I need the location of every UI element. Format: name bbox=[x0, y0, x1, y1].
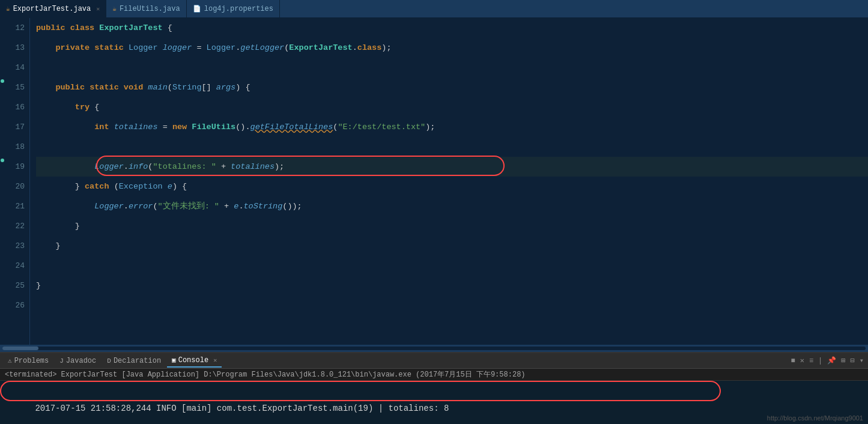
code-line-16: try { bbox=[36, 97, 868, 117]
code-line-22: } bbox=[36, 216, 868, 236]
console-icon: ▣ bbox=[172, 356, 176, 364]
code-line-12: public class ExportJarTest { bbox=[36, 18, 868, 38]
editor-tab-bar: ☕ ExportJarTest.java ✕ ☕ FileUtils.java … bbox=[0, 0, 868, 18]
panel-tab-bar: ⚠ Problems J Javadoc D Declaration ▣ Con… bbox=[0, 353, 868, 369]
tab-log4j[interactable]: 📄 log4j.properties bbox=[187, 0, 280, 17]
tab-exportjar-label: ExportJarTest.java bbox=[13, 5, 91, 13]
code-line-26 bbox=[36, 295, 868, 315]
watermark: http://blog.csdn.net/Mrqiang9001 bbox=[767, 414, 863, 422]
code-line-19: Logger.info("totalines: " + totalines); bbox=[36, 157, 868, 177]
tab-fileutils-label: FileUtils.java bbox=[120, 5, 180, 13]
tab-problems[interactable]: ⚠ Problems bbox=[3, 354, 53, 368]
code-line-14 bbox=[36, 58, 868, 77]
tab-declaration-label: Declaration bbox=[114, 357, 161, 365]
console-header: <terminated> ExportJarTest [Java Applica… bbox=[0, 369, 868, 381]
code-line-15: public static void main(String[] args) { bbox=[36, 77, 868, 97]
left-gutter bbox=[0, 18, 5, 345]
console-output-line: 2017-07-15 21:58:28,244 INFO [main] com.… bbox=[5, 383, 863, 424]
code-content[interactable]: public class ExportJarTest { private sta… bbox=[30, 18, 868, 345]
tab-problems-label: Problems bbox=[14, 357, 49, 365]
pin-button[interactable]: 📌 bbox=[826, 356, 837, 365]
scrollbar-track[interactable] bbox=[2, 347, 866, 350]
code-line-21: Logger.error("文件未找到: " + e.toString()); bbox=[36, 196, 868, 216]
editor-area: 12 13 14 15 16 17 18 19 20 21 22 23 24 2… bbox=[0, 18, 868, 345]
view-menu-button[interactable]: ▾ bbox=[858, 356, 865, 365]
code-line-17: int totalines = new FileUtils().getFileT… bbox=[36, 117, 868, 137]
scroll-lock-button[interactable]: | bbox=[817, 357, 824, 365]
layout-button[interactable]: ⊞ bbox=[840, 356, 846, 365]
code-line-24 bbox=[36, 256, 868, 276]
tab-exportjar[interactable]: ☕ ExportJarTest.java ✕ bbox=[0, 0, 106, 17]
code-line-13: private static Logger logger = Logger.ge… bbox=[36, 38, 868, 58]
java-file-icon: ☕ bbox=[6, 5, 10, 13]
terminate-button[interactable]: ✕ bbox=[799, 356, 806, 365]
java-file-icon-2: ☕ bbox=[112, 5, 117, 13]
scrollbar-thumb[interactable] bbox=[2, 347, 38, 350]
props-file-icon: 📄 bbox=[193, 5, 201, 13]
tab-javadoc[interactable]: J Javadoc bbox=[55, 354, 101, 368]
code-line-20: } catch (Exception e) { bbox=[36, 177, 868, 196]
console-output-text: 2017-07-15 21:58:28,244 INFO [main] com.… bbox=[35, 404, 449, 413]
line-numbers: 12 13 14 15 16 17 18 19 20 21 22 23 24 2… bbox=[5, 18, 30, 345]
stop-button[interactable]: ■ bbox=[789, 357, 796, 365]
problems-icon: ⚠ bbox=[8, 357, 12, 365]
tab-log4j-label: log4j.properties bbox=[204, 5, 273, 13]
tab-console[interactable]: ▣ Console ✕ bbox=[167, 354, 222, 368]
panel-toolbar: ■ ✕ ≡ | 📌 ⊞ ⊟ ▾ bbox=[789, 356, 865, 365]
tab-console-label: Console bbox=[178, 356, 208, 365]
code-line-23: } bbox=[36, 236, 868, 256]
tab-javadoc-label: Javadoc bbox=[66, 357, 96, 365]
tab-fileutils[interactable]: ☕ FileUtils.java bbox=[106, 0, 186, 17]
code-line-25: } bbox=[36, 276, 868, 295]
horizontal-scrollbar[interactable] bbox=[0, 345, 868, 352]
breakpoint-dot-15 bbox=[1, 79, 4, 83]
javadoc-icon: J bbox=[59, 357, 64, 365]
declaration-icon: D bbox=[107, 357, 111, 365]
tab-declaration[interactable]: D Declaration bbox=[102, 354, 166, 368]
current-line-indicator bbox=[1, 159, 4, 162]
console-output: 2017-07-15 21:58:28,244 INFO [main] com.… bbox=[0, 381, 868, 424]
tab-close-icon[interactable]: ✕ bbox=[96, 5, 100, 13]
bottom-panel: ⚠ Problems J Javadoc D Declaration ▣ Con… bbox=[0, 352, 868, 424]
maximize-button[interactable]: ⊟ bbox=[849, 356, 856, 365]
console-header-text: <terminated> ExportJarTest [Java Applica… bbox=[5, 369, 526, 380]
clear-console-button[interactable]: ≡ bbox=[808, 357, 815, 365]
code-line-18 bbox=[36, 137, 868, 157]
console-close-icon[interactable]: ✕ bbox=[213, 357, 217, 364]
